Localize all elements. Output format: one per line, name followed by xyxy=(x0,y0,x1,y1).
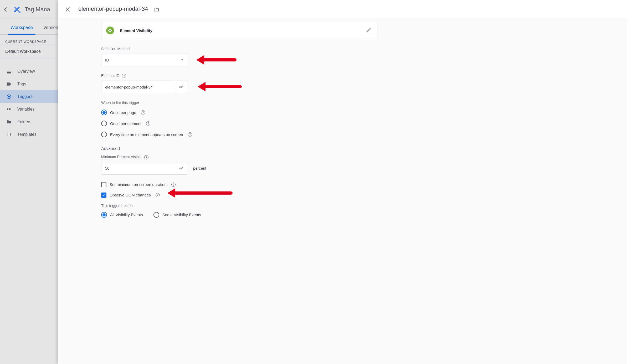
radio-input[interactable] xyxy=(101,212,107,218)
help-icon[interactable]: ? xyxy=(171,183,176,187)
element-id-input[interactable]: elementor-popup-modal-34 xyxy=(101,81,175,93)
advanced-heading: Advanced xyxy=(101,146,377,151)
svg-rect-11 xyxy=(182,86,183,87)
selection-method-select[interactable]: ID xyxy=(101,54,188,66)
percent-suffix: percent xyxy=(193,166,206,170)
checkbox-min-duration[interactable]: Set minimum on-screen duration ? xyxy=(101,182,377,187)
radio-label: Once per page xyxy=(110,110,136,115)
help-icon[interactable]: ? xyxy=(141,110,145,115)
svg-rect-8 xyxy=(179,86,181,88)
visibility-icon xyxy=(106,27,114,34)
svg-rect-9 xyxy=(181,86,182,88)
help-icon[interactable]: ? xyxy=(188,132,192,137)
trigger-name-input[interactable]: elementor-popup-modal-34 xyxy=(78,6,148,13)
edit-trigger-type-button[interactable] xyxy=(366,27,372,34)
radio-label: Once per element xyxy=(110,121,141,126)
trigger-editor-panel: elementor-popup-modal-34 Element Visibil… xyxy=(58,0,627,364)
add-variable-button[interactable] xyxy=(175,81,188,93)
checkbox-input[interactable] xyxy=(101,182,106,187)
radio-input[interactable] xyxy=(101,121,107,126)
radio-input[interactable] xyxy=(101,110,107,115)
help-icon[interactable]: ? xyxy=(122,74,126,78)
svg-rect-12 xyxy=(179,168,181,169)
panel-body: Element Visibility Selection Method ID xyxy=(58,19,627,364)
trigger-type-name: Element Visibility xyxy=(120,28,366,33)
radio-once-per-page[interactable]: Once per page ? xyxy=(101,110,377,115)
add-variable-button[interactable] xyxy=(175,162,188,175)
checkbox-label: Observe DOM changes xyxy=(110,193,151,197)
help-icon[interactable]: ? xyxy=(156,193,160,197)
selection-method-label: Selection Method xyxy=(101,47,377,51)
checkbox-input[interactable] xyxy=(101,193,106,198)
radio-every-time[interactable]: Every time an element appears on screen … xyxy=(101,132,377,137)
radio-label: Some Visibility Events xyxy=(162,212,201,217)
radio-label: All Visibility Events xyxy=(110,212,143,217)
trigger-type-card: Element Visibility xyxy=(101,22,377,39)
selection-method-value: ID xyxy=(105,58,109,62)
chevron-down-icon xyxy=(180,58,184,62)
radio-some-visibility[interactable]: Some Visibility Events xyxy=(153,212,201,218)
close-button[interactable] xyxy=(63,4,73,15)
element-id-label: Element ID ? xyxy=(101,74,377,78)
radio-all-visibility[interactable]: All Visibility Events xyxy=(101,212,143,218)
radio-label: Every time an element appears on screen xyxy=(110,132,183,137)
help-icon[interactable]: ? xyxy=(144,155,148,159)
fires-on-label: This trigger fires on xyxy=(101,204,377,208)
radio-once-per-element[interactable]: Once per element ? xyxy=(101,121,377,126)
help-icon[interactable]: ? xyxy=(146,121,150,126)
folder-icon[interactable] xyxy=(153,6,160,13)
min-percent-label: Minimum Percent Visible ? xyxy=(101,155,377,159)
checkbox-observe-dom[interactable]: Observe DOM changes ? xyxy=(101,193,377,198)
when-to-fire-label: When to fire this trigger xyxy=(101,101,377,105)
svg-rect-13 xyxy=(181,168,182,169)
radio-input[interactable] xyxy=(153,212,159,218)
svg-rect-15 xyxy=(182,167,183,168)
checkbox-label: Set minimum on-screen duration xyxy=(110,182,167,187)
min-percent-input[interactable]: 50 xyxy=(101,162,175,175)
panel-header: elementor-popup-modal-34 xyxy=(58,0,627,19)
radio-input[interactable] xyxy=(101,132,107,137)
